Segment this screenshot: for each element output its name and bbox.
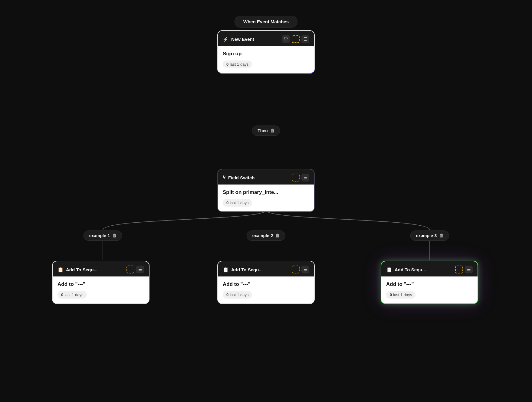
- new-event-body: Sign up 0 last 1 days: [218, 46, 314, 73]
- seq3-count: 0: [390, 293, 392, 297]
- yellow-box-ctrl-2[interactable]: [292, 174, 300, 181]
- seq2-count: 0: [226, 293, 228, 297]
- field-switch-stat: 0 last 1 days: [223, 199, 252, 207]
- seq1-title: Add To Sequ...: [66, 267, 97, 272]
- lightning-icon: ⚡: [223, 36, 229, 42]
- branch3-trash-icon[interactable]: 🗑: [439, 233, 443, 238]
- seq2-title: Add To Sequ...: [231, 267, 263, 272]
- seq3-title: Add To Sequ...: [395, 267, 426, 272]
- seq1-header: 📋 Add To Sequ... ☰: [53, 261, 149, 276]
- seq3-stat-label: last 1 days: [393, 293, 412, 297]
- seq3-controls: ☰: [455, 266, 473, 273]
- trigger-label: When Event Matches: [243, 19, 289, 24]
- yellow-box-ctrl-3[interactable]: [126, 266, 134, 273]
- branch2-label: example-2: [252, 233, 273, 238]
- field-switch-count: 0: [226, 201, 228, 205]
- then-trash-icon[interactable]: 🗑: [270, 128, 274, 133]
- seq3-body: Add to "---" 0 last 1 days: [381, 276, 478, 303]
- new-event-stat-label: last 1 days: [230, 62, 248, 67]
- menu-ctrl-1[interactable]: ☰: [301, 35, 309, 43]
- yellow-box-ctrl-4[interactable]: [292, 266, 300, 273]
- seq2-header-left: 📋 Add To Sequ...: [223, 267, 263, 273]
- branch2-connector[interactable]: example-2 🗑: [247, 230, 285, 241]
- field-switch-header: ⑂ Field Switch ☰: [218, 169, 314, 185]
- new-event-count: 0: [226, 62, 228, 67]
- menu-ctrl-2[interactable]: ☰: [301, 174, 309, 181]
- menu-ctrl-3[interactable]: ☰: [136, 266, 144, 273]
- field-switch-title: Field Switch: [228, 175, 255, 180]
- new-event-header: ⚡ New Event 🛡 ☰: [218, 31, 314, 46]
- shield-ctrl-icon[interactable]: 🛡: [282, 35, 290, 43]
- then-label: Then: [258, 128, 268, 133]
- menu-ctrl-4[interactable]: ☰: [301, 266, 309, 273]
- seq3-stat: 0 last 1 days: [386, 291, 415, 299]
- seq1-stat: 0 last 1 days: [57, 291, 87, 299]
- new-event-controls: 🛡 ☰: [282, 35, 309, 43]
- branch2-trash-icon[interactable]: 🗑: [275, 233, 280, 238]
- seq2-stat-label: last 1 days: [230, 293, 248, 297]
- seq2-icon: 📋: [223, 267, 229, 273]
- branch3-connector[interactable]: example-3 🗑: [410, 230, 449, 241]
- seq1-stat-label: last 1 days: [64, 293, 83, 297]
- new-event-stat: 0 last 1 days: [223, 60, 252, 68]
- menu-ctrl-5[interactable]: ☰: [465, 266, 473, 273]
- field-switch-body: Split on primary_inte... 0 last 1 days: [218, 185, 314, 211]
- seq3-icon: 📋: [386, 267, 392, 273]
- seq3-header: 📋 Add To Sequ... ☰: [381, 261, 478, 276]
- seq1-controls: ☰: [126, 266, 144, 273]
- yellow-box-ctrl-1[interactable]: [292, 35, 300, 43]
- new-event-body-title: Sign up: [223, 51, 309, 57]
- field-switch-controls: ☰: [292, 174, 309, 181]
- seq2-controls: ☰: [292, 266, 309, 273]
- new-event-title: New Event: [231, 37, 254, 42]
- seq1-header-left: 📋 Add To Sequ...: [57, 267, 97, 273]
- workflow-canvas: When Event Matches ⚡ New Event 🛡 ☰ Sign …: [0, 0, 532, 402]
- branch1-connector[interactable]: example-1 🗑: [84, 230, 122, 241]
- fork-icon: ⑂: [223, 175, 226, 180]
- seq2-node: 📋 Add To Sequ... ☰ Add to "---" 0 last 1…: [217, 261, 315, 304]
- seq2-body: Add to "---" 0 last 1 days: [218, 276, 314, 303]
- seq2-body-title: Add to "---": [223, 281, 309, 287]
- field-switch-body-title: Split on primary_inte...: [223, 189, 309, 195]
- seq3-body-title: Add to "---": [386, 281, 473, 287]
- seq1-icon: 📋: [57, 267, 64, 273]
- field-switch-stat-label: last 1 days: [230, 201, 248, 205]
- then-connector[interactable]: Then 🗑: [252, 126, 280, 136]
- branch1-trash-icon[interactable]: 🗑: [112, 233, 117, 238]
- branch3-label: example-3: [416, 233, 437, 238]
- field-switch-header-left: ⑂ Field Switch: [223, 175, 255, 180]
- seq1-node: 📋 Add To Sequ... ☰ Add to "---" 0 last 1…: [52, 261, 149, 304]
- seq2-header: 📋 Add To Sequ... ☰: [218, 261, 314, 276]
- seq1-count: 0: [61, 293, 63, 297]
- seq1-body: Add to "---" 0 last 1 days: [53, 276, 149, 303]
- trigger-badge[interactable]: When Event Matches: [235, 16, 297, 28]
- seq3-node: 📋 Add To Sequ... ☰ Add to "---" 0 last 1…: [381, 261, 478, 304]
- seq2-stat: 0 last 1 days: [223, 291, 252, 299]
- branch1-label: example-1: [89, 233, 110, 238]
- seq3-header-left: 📋 Add To Sequ...: [386, 267, 426, 273]
- field-switch-node: ⑂ Field Switch ☰ Split on primary_inte..…: [217, 169, 315, 212]
- seq1-body-title: Add to "---": [57, 281, 144, 287]
- new-event-header-left: ⚡ New Event: [223, 36, 254, 42]
- yellow-box-ctrl-5[interactable]: [455, 266, 463, 273]
- new-event-node: ⚡ New Event 🛡 ☰ Sign up 0 last 1 days: [217, 30, 315, 74]
